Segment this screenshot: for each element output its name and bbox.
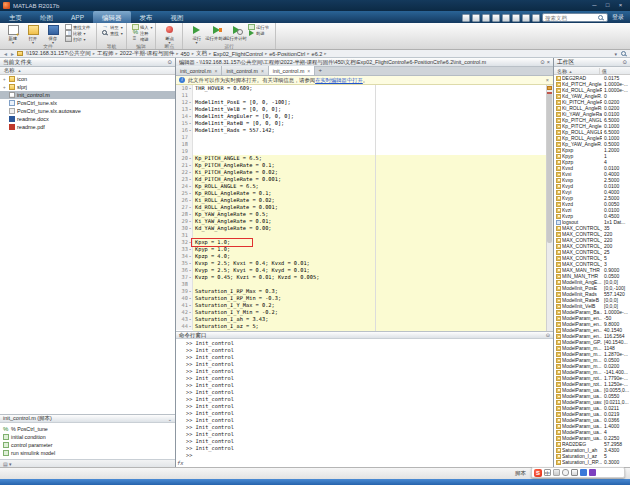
breadcrumb-segment[interactable]: e6.2 [312, 51, 323, 57]
code-line[interactable]: 28 - Kp_YAW_AngleRate = 0.5; [176, 211, 553, 218]
search-input[interactable] [545, 15, 597, 21]
open-live-editor-link[interactable]: 在实时编辑器中打开 [315, 77, 363, 84]
ribbon-button[interactable]: 运行并计时 [226, 24, 246, 42]
file-row[interactable]: init_control.m [0, 91, 175, 99]
input-method-toolbar[interactable]: S [531, 467, 625, 478]
code-line[interactable]: 17 [176, 134, 553, 141]
details-pane-footer[interactable]: ▤ ▾ [0, 459, 175, 467]
address-search-icon[interactable] [620, 50, 627, 57]
ribbon-button[interactable]: 打开 ▾ [23, 24, 43, 42]
code-line[interactable]: 26 - Ki_ROLL_AngleRate = 0.02; [176, 197, 553, 204]
ribbon-button[interactable]: 运行并前进 [206, 24, 226, 42]
ribbon-tab[interactable]: 发布 [131, 11, 162, 23]
code-line[interactable]: 33 - Kpyp = 1.0; [176, 246, 553, 253]
doc-search-box[interactable] [542, 13, 608, 22]
back-icon[interactable]: ◄ [3, 51, 8, 57]
file-list-empty-area[interactable] [0, 131, 175, 414]
ribbon-button[interactable]: 新建 ▾ [3, 24, 23, 42]
code-line[interactable]: 25 - Kp_ROLL_AngleRate = 0.1; [176, 190, 553, 197]
code-line[interactable]: 10 - THR_HOVER = 0.609; [176, 85, 553, 92]
code-line[interactable]: 24 - Kp_ROLL_ANGLE = 6.5; [176, 183, 553, 190]
chevron-down-icon[interactable]: ⌄ [168, 416, 172, 422]
file-row[interactable]: PosCtrl_tune.slx.autosave [0, 107, 175, 115]
code-line[interactable]: 30 - Kd_YAW_AngleRate = 0.00; [176, 225, 553, 232]
fx-indicator[interactable]: fx [177, 460, 184, 466]
ribbon-button[interactable]: 断点 ▾ [159, 24, 179, 42]
code-line[interactable]: 37 - Kvzp = 0.45; Kvzi = 0.01; Kvzd = 0.… [176, 274, 553, 281]
command-window-menu-icon[interactable]: ⊙ [546, 332, 550, 338]
breadcrumb-segment[interactable]: 工程师 [97, 50, 114, 57]
ribbon-tab[interactable]: 绘图 [31, 11, 62, 23]
name-column-header[interactable]: 名称 ▲ [0, 67, 175, 75]
tab-close-icon[interactable]: × [261, 68, 264, 74]
minimize-icon[interactable]: ─ [588, 1, 601, 10]
code-line[interactable]: 44 - Saturation_I_az = 5; [176, 323, 553, 330]
tab-close-icon[interactable]: × [215, 68, 218, 74]
workspace-variable-row[interactable]: Saturation_I_RP... 0.3000 [554, 459, 630, 465]
browse-folder-icon[interactable] [17, 51, 23, 56]
ribbon-tab[interactable]: 主页 [0, 11, 31, 23]
file-row[interactable]: readme.docx [0, 115, 175, 123]
input-method-icon[interactable] [580, 469, 587, 476]
code-line[interactable]: 15 - ModelInit_RateB = [0, 0, 0]; [176, 120, 553, 127]
code-line[interactable]: 41 - Saturation_I_Y_Max = 0.2; [176, 302, 553, 309]
code-line[interactable]: 16 - ModelInit_Rads = 557.142; [176, 127, 553, 134]
code-line[interactable]: 34 - Kpzp = 4.0; [176, 253, 553, 260]
ribbon-tab[interactable]: 编辑器 [93, 11, 131, 23]
ribbon-tab[interactable]: 视图 [162, 11, 193, 23]
quick-access-icon[interactable] [522, 14, 530, 22]
quick-access-icon[interactable] [482, 14, 490, 22]
details-item[interactable]: run simulink model [3, 449, 175, 457]
windows-taskbar-edge[interactable] [0, 479, 630, 485]
editor-close-icon[interactable]: × [547, 59, 550, 65]
scrollbar-thumb[interactable] [547, 93, 552, 243]
details-item[interactable]: initial condition [3, 433, 175, 441]
code-line[interactable]: 22 - Ki_PITCH_AngleRate = 0.02; [176, 169, 553, 176]
quick-access-icon[interactable] [532, 14, 540, 22]
details-item[interactable]: control parameter [3, 441, 175, 449]
tab-close-icon[interactable]: × [307, 68, 310, 74]
code-line[interactable]: 36 - Kvyp = 2.5; Kvyi = 0.4; Kvyd = 0.01… [176, 267, 553, 274]
ribbon-button[interactable]: 运行 ▾ [186, 24, 206, 42]
code-line[interactable]: 20 - Kp_PITCH_ANGLE = 6.5; [176, 155, 553, 162]
quick-access-icon[interactable] [492, 14, 500, 22]
file-row[interactable]: readme.pdf [0, 123, 175, 131]
panel-menu-icon[interactable]: ⊙ [167, 59, 172, 65]
mlint-indicator-icon[interactable] [547, 86, 552, 90]
input-method-icon[interactable] [553, 469, 560, 476]
code-line[interactable]: 23 - Kd_PITCH_AngleRate = 0.001; [176, 176, 553, 183]
editor-tab[interactable]: init_control.m × [176, 66, 222, 75]
search-icon[interactable] [597, 14, 604, 21]
file-row[interactable]: PosCtrl_tune.slx [0, 99, 175, 107]
workspace-column-headers[interactable]: 名称 ▲ 值 [554, 67, 630, 75]
breadcrumb-segment[interactable]: 2022-半期-课程与固件 [120, 50, 174, 57]
input-method-icon[interactable] [571, 469, 578, 476]
file-row[interactable]: + icon [0, 75, 175, 83]
code-line[interactable]: 29 - Ki_YAW_AngleRate = 0.01; [176, 218, 553, 225]
breadcrumb-segment[interactable]: e6-PositionCtrl [269, 51, 305, 57]
sign-in-link[interactable]: 登录 [610, 13, 626, 22]
code-line[interactable]: 21 - Kp_PITCH_AngleRate = 0.1; [176, 162, 553, 169]
code-line[interactable]: 32 - Kpxp = 1.0; [176, 239, 553, 246]
quick-access-icon[interactable] [472, 14, 480, 22]
code-line[interactable]: 39 - Saturation_I_RP_Max = 0.3; [176, 288, 553, 295]
ribbon-tab[interactable]: APP [62, 11, 93, 23]
ribbon-button[interactable]: 查找 ▾ [102, 30, 123, 36]
mlint-marker[interactable] [547, 92, 552, 94]
input-method-icon[interactable] [544, 469, 551, 476]
breadcrumb-segment[interactable]: 450 [180, 51, 189, 57]
code-line[interactable]: 12 - ModelInit_PosE = [0, 0, -100]; [176, 99, 553, 106]
quick-access-icon[interactable] [462, 14, 470, 22]
details-pane-header[interactable]: init_control.m (脚本) ⌄ [0, 414, 175, 423]
ribbon-button[interactable]: 前进 [248, 30, 271, 36]
forward-icon[interactable]: ► [10, 51, 15, 57]
new-tab-button[interactable]: + [315, 66, 325, 75]
code-line[interactable]: 42 - Saturation_I_Y_Min = -0.2; [176, 309, 553, 316]
infobar-close-icon[interactable]: × [545, 77, 550, 83]
code-line[interactable]: 35 - Kvxp = 2.5; Kvxi = 0.4; Kvxd = 0.01… [176, 260, 553, 267]
code-line[interactable]: 13 - ModelInit_VelB = [0, 0, 0]; [176, 106, 553, 113]
workspace-menu-icon[interactable]: ⊙ [622, 59, 627, 65]
quick-access-icon[interactable] [502, 14, 510, 22]
code-line[interactable]: 43 - Saturation_I_ah = 3.43; [176, 316, 553, 323]
breadcrumb-segment[interactable]: \\192.168.31.157\公共空间 [26, 50, 91, 57]
